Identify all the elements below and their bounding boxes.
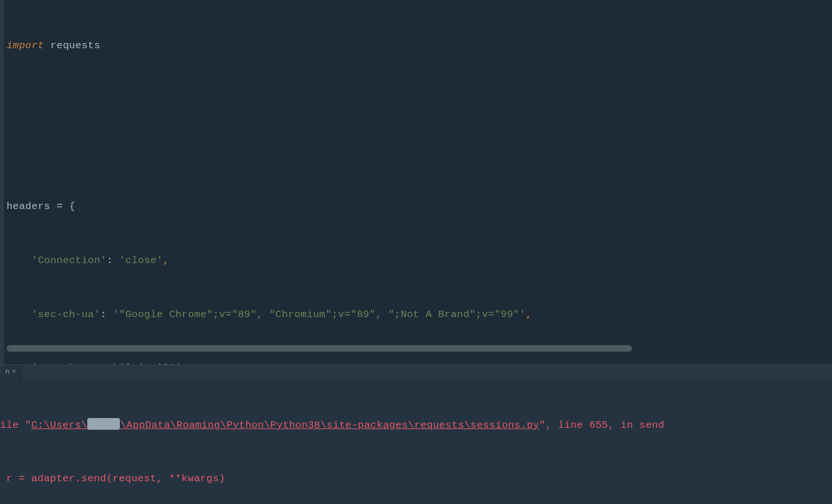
terminal-tab-label: n	[5, 367, 10, 378]
terminal-pane[interactable]: n × ile "C:\Users\\AppData\Roaming\Pytho…	[0, 365, 832, 504]
code-line[interactable]: headers = {	[7, 196, 832, 217]
redacted-user	[87, 418, 120, 430]
editor-gutter	[0, 0, 4, 365]
traceback-line: r = adapter.send(request, **kwargs)	[0, 468, 832, 490]
code-line-empty[interactable]	[7, 89, 832, 110]
terminal-tab[interactable]: n ×	[1, 365, 21, 380]
traceback-line: ile "C:\Users\\AppData\Roaming\Python\Py…	[0, 415, 832, 436]
code-line[interactable]: 'sec-ch-ua': '"Google Chrome";v="89", "C…	[7, 304, 832, 326]
module-name: requests	[44, 40, 100, 51]
keyword-import: import	[7, 40, 44, 51]
close-icon[interactable]: ×	[12, 367, 16, 378]
horizontal-scrollbar[interactable]	[7, 345, 632, 352]
code-line[interactable]: 'Connection': 'close',	[7, 250, 832, 272]
code-line-empty[interactable]	[7, 143, 832, 164]
code-editor-pane[interactable]: import requests headers = { 'Connection'…	[0, 0, 832, 365]
terminal-tab-strip: n ×	[0, 365, 832, 380]
code-line[interactable]: import requests	[7, 35, 832, 57]
terminal-output[interactable]: ile "C:\Users\\AppData\Roaming\Python\Py…	[0, 380, 832, 504]
